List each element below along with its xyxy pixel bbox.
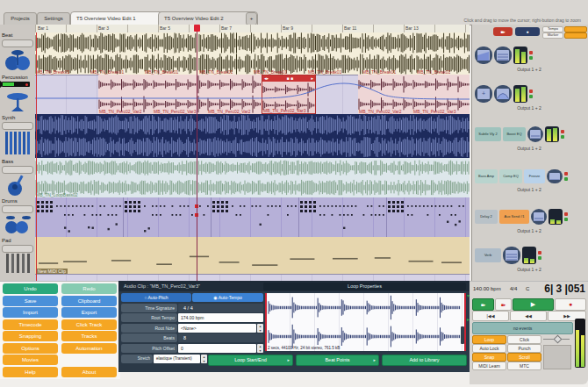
plugin-box[interactable]: Bass Amp	[475, 169, 498, 183]
settings-button[interactable]: Settings	[37, 12, 70, 25]
loop-start-marker[interactable]	[265, 293, 267, 351]
pitch-offset-field[interactable]: 0	[178, 344, 256, 353]
plugin-box[interactable]: Freeze	[524, 169, 545, 183]
movies-button[interactable]: Movies	[3, 355, 58, 365]
mtc-toggle[interactable]: MTC	[507, 362, 541, 370]
auto-pitch-radio[interactable]: ○ Auto-Pitch	[121, 293, 191, 302]
output-label[interactable]: Output 1 + 2	[473, 267, 585, 272]
pad-plugin-chain[interactable]: Verb	[475, 246, 587, 265]
percussion-plugin-chain[interactable]: +	[475, 84, 587, 104]
track-lane-synth[interactable]	[35, 114, 470, 159]
time-signature-value[interactable]: 4 / 4	[178, 304, 263, 312]
output-label[interactable]: Output 1 + 2	[473, 105, 585, 111]
audio-clip[interactable]: MB_TN_Break01	[416, 32, 470, 75]
automation-read-panel[interactable]	[543, 345, 571, 369]
aux-send-plugin[interactable]: Aux Send #1	[499, 210, 529, 224]
auto-lock-toggle[interactable]: Auto Lock	[472, 344, 506, 353]
mute-solo-buttons[interactable]	[564, 212, 568, 221]
time-signature-readout[interactable]: 4/4	[510, 286, 517, 291]
loop-end-marker[interactable]	[464, 293, 466, 351]
midi-drum-clip[interactable]	[123, 197, 212, 237]
click-toggle[interactable]: Click	[507, 335, 541, 344]
position-display[interactable]: 6| 3 |051	[533, 283, 585, 295]
audio-clip[interactable]: MB_TN_LoopBass02	[35, 158, 470, 197]
audio-clip[interactable]: MB_TN_Break01	[35, 32, 90, 75]
arrangement-area[interactable]: Bar 1 Bar 3 Bar 5 Bar 7 Bar 9 Bar 11 Bar…	[35, 25, 470, 281]
root-note-field[interactable]: <None>	[178, 324, 256, 333]
track-name-drums[interactable]: Drums	[2, 198, 18, 204]
monitor-button[interactable]: ●	[515, 27, 540, 36]
add-to-library-button[interactable]: Add to Library	[382, 355, 467, 366]
midi-learn-toggle[interactable]: MIDI Learn	[472, 362, 506, 370]
audio-clip[interactable]: MB_TN_Break01	[253, 32, 308, 75]
track-lane-bass[interactable]: MB_TN_LoopBass02	[35, 158, 470, 198]
waveform-scrollbar[interactable]	[461, 326, 464, 344]
playhead-handle[interactable]	[194, 25, 200, 32]
return-to-start-button[interactable]: |◀◀	[472, 311, 509, 321]
mute-solo-buttons[interactable]	[529, 51, 533, 60]
loop-start-end-button[interactable]: Loop Start/End▸	[208, 355, 293, 366]
about-button[interactable]: About	[61, 367, 117, 377]
audio-clip[interactable]: MB_TN_Break01	[307, 32, 362, 75]
snapping-button[interactable]: Snapping	[3, 331, 58, 341]
stretch-field[interactable]: elastique (Transient)	[154, 355, 200, 363]
beat-points-button[interactable]: Beat Points▸	[296, 355, 379, 366]
scroll-toggle[interactable]: Scroll	[507, 353, 541, 362]
timecode-button[interactable]: Timecode	[3, 319, 58, 330]
output-label[interactable]: Output 1 + 2	[473, 228, 585, 233]
undo-button[interactable]: Undo	[3, 283, 58, 294]
audio-clip[interactable]	[35, 114, 470, 158]
midi-drum-clip[interactable]	[298, 197, 387, 237]
mute-solo-buttons[interactable]	[529, 90, 533, 98]
marker-track-toggle[interactable]: Marker	[542, 32, 563, 39]
redo-button[interactable]: Redo	[61, 283, 117, 294]
plugin-box[interactable]: Delay 2	[475, 210, 498, 224]
auto-tempo-radio[interactable]: ◉ Auto-Tempo	[192, 293, 263, 302]
zoom-button-1[interactable]	[564, 26, 587, 32]
midi-clip[interactable]: New MIDI Clip	[35, 237, 470, 274]
output-label[interactable]: Output 1 + 2	[473, 187, 585, 192]
loop-play-button[interactable]: ■▸	[472, 298, 494, 311]
event-display[interactable]: no events	[472, 322, 573, 334]
zoom-button-2[interactable]	[564, 32, 587, 39]
tracks-button[interactable]: Tracks	[61, 331, 117, 341]
track-lane-drums[interactable]	[35, 197, 470, 238]
stepper-control[interactable]: ▴▾	[257, 324, 263, 333]
track-name-pad[interactable]: Pad	[2, 238, 11, 243]
play-from-mark-button[interactable]: ■▸	[495, 298, 512, 311]
synth-plugin-chain[interactable]: Subtle Vly 2 Boost EQ	[475, 125, 587, 144]
punch-toggle[interactable]: Punch	[507, 344, 541, 353]
audio-clip[interactable]: MB_TN_Break01	[198, 32, 254, 75]
clipboard-button[interactable]: Clipboard	[61, 296, 117, 306]
rewind-button[interactable]: ◀◀	[510, 311, 547, 321]
import-button[interactable]: Import	[3, 307, 58, 318]
loop-waveform-display[interactable]: 2 secs, 44100 Hz, 24 bit stereo, 761.5 k…	[265, 293, 466, 351]
play-button[interactable]: ▶	[513, 298, 554, 311]
loop-toggle[interactable]: Loop	[472, 335, 506, 344]
options-button[interactable]: Options	[3, 343, 58, 354]
plugin-box[interactable]: Verb	[475, 248, 501, 262]
track-lane-percussion[interactable]: MB_TN_Perc02_Var2 MB_TN_Perc02_Var3 MB_T…	[35, 75, 470, 115]
stepper-control[interactable]: ▴▾	[257, 344, 263, 353]
midi-drum-clip[interactable]	[386, 197, 470, 237]
stepper-control[interactable]: ▴▾	[201, 355, 207, 363]
playhead-cursor[interactable]	[197, 25, 197, 281]
mute-solo-buttons[interactable]	[564, 172, 568, 181]
midi-drum-clip[interactable]	[211, 197, 299, 237]
bass-plugin-chain[interactable]: Bass Amp Comp EQ Freeze	[475, 167, 587, 186]
export-button[interactable]: Export	[61, 307, 117, 318]
save-button[interactable]: Save	[3, 296, 58, 306]
snap-toggle[interactable]: Snap	[472, 353, 506, 362]
track-name-bass[interactable]: Bass	[2, 159, 13, 164]
mute-solo-buttons[interactable]	[561, 130, 564, 139]
key-readout[interactable]: C	[526, 286, 529, 291]
beats-value[interactable]: 8	[178, 333, 263, 342]
automation-button[interactable]: Automation	[61, 343, 117, 354]
beat-name-field[interactable]	[2, 39, 33, 47]
plugin-box[interactable]: Subtle Vly 2	[475, 127, 501, 141]
midi-drum-clip[interactable]	[35, 197, 124, 237]
new-tab-button[interactable]: +	[246, 12, 257, 25]
automation-curve[interactable]	[35, 75, 470, 114]
track-name-beat[interactable]: Beat	[2, 32, 12, 38]
record-button[interactable]: ●	[555, 298, 586, 311]
